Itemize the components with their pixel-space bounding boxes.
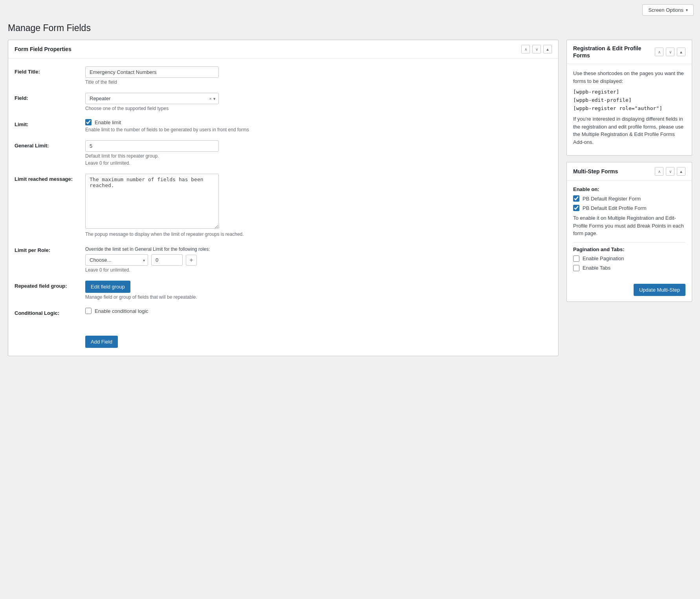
limit-per-role-field: Override the limit set in General Limit … — [85, 245, 552, 273]
enable-tabs-label[interactable]: Enable Tabs — [583, 265, 610, 271]
field-type-select-wrapper: Repeater × ▾ — [85, 93, 219, 104]
field-type-label: Field: — [15, 93, 85, 101]
multistep-down-button[interactable]: ∨ — [666, 167, 674, 176]
reg-up-button[interactable]: ∧ — [655, 48, 663, 56]
enable-conditional-checkbox[interactable] — [85, 308, 92, 314]
field-title-field: Title of the field — [85, 66, 552, 85]
field-title-input[interactable] — [85, 66, 219, 78]
multistep-box-title: Multi-Step Forms — [573, 168, 618, 175]
add-role-limit-button[interactable]: + — [186, 255, 197, 266]
repeated-field-group-hint: Manage field or group of fields that wil… — [85, 294, 552, 300]
screen-options-label: Screen Options — [648, 7, 684, 13]
limit-label: Limit: — [15, 119, 85, 127]
conditional-logic-row: Conditional Logic: Enable conditional lo… — [15, 308, 552, 316]
limit-checkbox-row: Enable limit — [85, 119, 552, 125]
registration-additional-text: If you're interested in displaying diffe… — [573, 115, 685, 146]
panel-collapse-button[interactable]: ▲ — [543, 45, 552, 53]
pb-default-register-checkbox[interactable] — [573, 195, 579, 202]
conditional-logic-label: Conditional Logic: — [15, 308, 85, 316]
limit-per-role-hint: Leave 0 for unlimited. — [85, 267, 552, 273]
general-limit-hint1: Default limit for this repeater group. — [85, 153, 552, 159]
field-title-label: Field Title: — [15, 66, 85, 75]
repeated-field-group-label: Repeated field group: — [15, 281, 85, 289]
right-panel: Registration & Edit Profile Forms ∧ ∨ ▲ … — [566, 40, 692, 302]
registration-box: Registration & Edit Profile Forms ∧ ∨ ▲ … — [566, 40, 692, 156]
general-limit-row: General Limit: Default limit for this re… — [15, 140, 552, 166]
pb-default-register-label[interactable]: PB Default Register Form — [583, 196, 641, 202]
screen-options-button[interactable]: Screen Options ▾ — [642, 4, 694, 16]
general-limit-input[interactable] — [85, 140, 219, 152]
limit-hint: Enable limit to the number of fields to … — [85, 127, 552, 132]
limit-field: Enable limit Enable limit to the number … — [85, 119, 552, 132]
limit-reached-textarea[interactable]: The maximum number of fields has been re… — [85, 174, 219, 229]
pb-default-edit-profile-label[interactable]: PB Default Edit Profile Form — [583, 205, 647, 211]
role-number-input[interactable] — [151, 254, 183, 266]
limit-row: Limit: Enable limit Enable limit to the … — [15, 119, 552, 132]
add-field-button[interactable]: Add Field — [85, 336, 118, 348]
field-title-hint: Title of the field — [85, 79, 552, 85]
pb-edit-profile-row: PB Default Edit Profile Form — [573, 205, 685, 211]
edit-field-group-button[interactable]: Edit field group — [85, 281, 130, 293]
limit-reached-label: Limit reached message: — [15, 174, 85, 182]
repeated-field-group-row: Repeated field group: Edit field group M… — [15, 281, 552, 300]
screen-options-arrow: ▾ — [686, 8, 688, 12]
general-limit-label: General Limit: — [15, 140, 85, 149]
enable-limit-label[interactable]: Enable limit — [95, 119, 121, 125]
limit-per-role-desc: Override the limit set in General Limit … — [85, 246, 552, 252]
limit-reached-row: Limit reached message: The maximum numbe… — [15, 174, 552, 237]
enable-on-label: Enable on: — [573, 186, 685, 192]
limit-per-role-row: Limit per Role: Override the limit set i… — [15, 245, 552, 273]
field-type-field: Repeater × ▾ Choose one of the supported… — [85, 93, 552, 111]
form-body: Field Title: Title of the field Field: R… — [8, 59, 558, 332]
page-title: Manage Form Fields — [0, 20, 700, 40]
update-btn-row: Update Multi-Step — [567, 280, 692, 301]
panel-title: Form Field Properties — [15, 46, 71, 52]
pb-default-register-row: PB Default Register Form — [573, 195, 685, 202]
field-type-hint: Choose one of the supported field types — [85, 106, 552, 111]
registration-box-header: Registration & Edit Profile Forms ∧ ∨ ▲ — [567, 40, 692, 64]
repeated-field-group-field: Edit field group Manage field or group o… — [85, 281, 552, 300]
field-type-select[interactable]: Repeater — [85, 93, 219, 104]
panel-header: Form Field Properties ∧ ∨ ▲ — [8, 40, 558, 59]
limit-reached-hint: The popup message to display when the li… — [85, 232, 552, 237]
enable-conditional-label[interactable]: Enable conditional logic — [95, 308, 148, 314]
enable-pagination-row: Enable Pagination — [573, 255, 685, 262]
shortcode-edit-profile: [wppb-edit-profile] — [573, 97, 685, 103]
general-limit-hint2: Leave 0 for unlimited. — [85, 160, 552, 166]
multistep-box: Multi-Step Forms ∧ ∨ ▲ Enable on: PB Def… — [566, 162, 692, 302]
enable-tabs-row: Enable Tabs — [573, 265, 685, 271]
enable-tabs-checkbox[interactable] — [573, 265, 579, 271]
reg-collapse-button[interactable]: ▲ — [677, 48, 685, 56]
enable-pagination-label[interactable]: Enable Pagination — [583, 255, 624, 261]
general-limit-field: Default limit for this repeater group. L… — [85, 140, 552, 166]
field-title-row: Field Title: Title of the field — [15, 66, 552, 85]
pagination-label: Pagination and Tabs: — [573, 246, 685, 252]
panel-up-button[interactable]: ∧ — [521, 45, 530, 53]
multistep-box-body: Enable on: PB Default Register Form PB D… — [567, 181, 692, 280]
multistep-up-button[interactable]: ∧ — [655, 167, 663, 176]
field-type-row: Field: Repeater × ▾ Choose one of the su… — [15, 93, 552, 111]
registration-box-controls: ∧ ∨ ▲ — [655, 48, 685, 56]
reg-down-button[interactable]: ∨ — [666, 48, 674, 56]
enable-limit-checkbox[interactable] — [85, 119, 92, 125]
update-multistep-button[interactable]: Update Multi-Step — [634, 284, 685, 296]
panel-controls: ∧ ∨ ▲ — [521, 45, 552, 53]
role-select[interactable]: Choose... — [85, 254, 148, 266]
limit-reached-field: The maximum number of fields has been re… — [85, 174, 552, 237]
shortcode-register-role: [wppb-register role="author"] — [573, 105, 685, 111]
conditional-logic-field: Enable conditional logic — [85, 308, 552, 314]
registration-box-title: Registration & Edit Profile Forms — [573, 45, 655, 59]
multistep-collapse-button[interactable]: ▲ — [677, 167, 685, 176]
panel-down-button[interactable]: ∨ — [532, 45, 541, 53]
role-select-wrapper: Choose... — [85, 254, 148, 266]
pb-default-edit-profile-checkbox[interactable] — [573, 205, 579, 211]
multistep-box-header: Multi-Step Forms ∧ ∨ ▲ — [567, 162, 692, 181]
main-layout: Form Field Properties ∧ ∨ ▲ Field Title: — [0, 40, 700, 364]
left-panel: Form Field Properties ∧ ∨ ▲ Field Title: — [8, 40, 559, 356]
top-bar: Screen Options ▾ — [0, 0, 700, 20]
enable-pagination-checkbox[interactable] — [573, 255, 579, 262]
limit-per-role-label: Limit per Role: — [15, 245, 85, 253]
multistep-box-controls: ∧ ∨ ▲ — [655, 167, 685, 176]
limit-per-role-controls: Choose... + — [85, 254, 552, 266]
registration-description: Use these shortcodes on the pages you wa… — [573, 70, 685, 85]
